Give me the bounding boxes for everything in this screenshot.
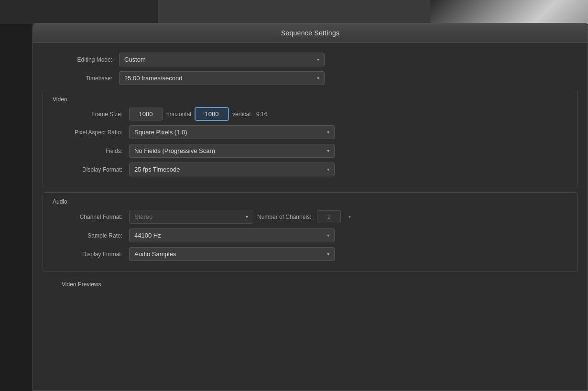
sample-rate-arrow-icon: ▾ bbox=[327, 233, 329, 238]
video-previews-partial: Video Previews bbox=[43, 277, 578, 293]
video-display-format-arrow-icon: ▾ bbox=[327, 167, 329, 172]
audio-display-format-row: Display Format: Audio Samples ▾ bbox=[43, 247, 577, 261]
aspect-ratio-display: 9:16 bbox=[256, 111, 267, 118]
frame-size-row: Frame Size: horizontal vertical 9:16 bbox=[43, 108, 577, 120]
audio-display-format-value: Audio Samples bbox=[134, 250, 176, 258]
fields-value: No Fields (Progressive Scan) bbox=[134, 147, 215, 154]
frame-size-controls: horizontal vertical 9:16 bbox=[129, 108, 267, 120]
video-section-block: Video Frame Size: horizontal vertical 9:… bbox=[43, 90, 578, 187]
frame-size-horizontal-input[interactable] bbox=[129, 108, 163, 120]
sample-rate-label: Sample Rate: bbox=[53, 232, 129, 239]
video-previews-label: Video Previews bbox=[52, 281, 568, 293]
editing-mode-value: Custom bbox=[124, 56, 146, 63]
sample-rate-control: 44100 Hz ▾ bbox=[129, 228, 568, 242]
sequence-settings-dialog: Sequence Settings Editing Mode: Custom ▾… bbox=[33, 23, 588, 391]
top-preview-bar bbox=[0, 0, 588, 24]
fields-label: Fields: bbox=[53, 148, 129, 154]
preview-dark-area bbox=[0, 0, 158, 24]
editing-mode-row: Editing Mode: Custom ▾ bbox=[33, 53, 588, 66]
video-section-label: Video bbox=[43, 96, 577, 108]
editing-mode-arrow-icon: ▾ bbox=[317, 57, 319, 62]
timebase-label: Timebase: bbox=[43, 75, 119, 82]
vertical-label: vertical bbox=[232, 111, 250, 118]
editing-mode-dropdown[interactable]: Custom ▾ bbox=[119, 53, 325, 66]
timebase-value: 25.00 frames/second bbox=[124, 75, 182, 82]
horizontal-label: horizontal bbox=[166, 111, 191, 118]
timebase-row: Timebase: 25.00 frames/second ▾ bbox=[33, 71, 588, 85]
preview-mid-area bbox=[158, 0, 430, 24]
audio-section-block: Audio Channel Format: Stereo ▾ Number of… bbox=[43, 192, 578, 272]
audio-display-format-control: Audio Samples ▾ bbox=[129, 247, 568, 261]
fields-dropdown[interactable]: No Fields (Progressive Scan) ▾ bbox=[129, 144, 335, 158]
pixel-aspect-ratio-control: Square Pixels (1.0) ▾ bbox=[129, 125, 568, 139]
pixel-aspect-ratio-dropdown[interactable]: Square Pixels (1.0) ▾ bbox=[129, 125, 335, 139]
frame-size-label: Frame Size: bbox=[53, 111, 129, 118]
channel-format-value: Stereo bbox=[134, 213, 152, 220]
dialog-title: Sequence Settings bbox=[41, 29, 580, 37]
audio-display-format-label: Display Format: bbox=[53, 251, 129, 258]
editing-mode-control: Custom ▾ bbox=[119, 53, 578, 66]
channel-format-controls: Stereo ▾ Number of Channels: ▾ bbox=[129, 210, 351, 224]
dialog-titlebar: Sequence Settings bbox=[33, 23, 588, 43]
dialog-body: Editing Mode: Custom ▾ Timebase: 25.00 f… bbox=[33, 43, 588, 391]
audio-display-format-dropdown[interactable]: Audio Samples ▾ bbox=[129, 247, 335, 261]
num-channels-arrow-icon: ▾ bbox=[348, 214, 351, 219]
editing-mode-label: Editing Mode: bbox=[43, 56, 119, 63]
video-display-format-row: Display Format: 25 fps Timecode ▾ bbox=[43, 163, 577, 176]
pixel-aspect-ratio-label: Pixel Aspect Ratio: bbox=[53, 129, 129, 136]
sample-rate-value: 44100 Hz bbox=[134, 232, 161, 239]
pixel-aspect-ratio-row: Pixel Aspect Ratio: Square Pixels (1.0) … bbox=[43, 125, 577, 139]
audio-section-label: Audio bbox=[43, 198, 577, 210]
timebase-dropdown[interactable]: 25.00 frames/second ▾ bbox=[119, 71, 325, 85]
video-display-format-value: 25 fps Timecode bbox=[134, 166, 180, 173]
fields-arrow-icon: ▾ bbox=[327, 148, 329, 153]
num-channels-input[interactable] bbox=[317, 210, 341, 223]
video-display-format-dropdown[interactable]: 25 fps Timecode ▾ bbox=[129, 163, 335, 176]
num-channels-label: Number of Channels: bbox=[257, 214, 311, 220]
video-display-format-control: 25 fps Timecode ▾ bbox=[129, 163, 568, 176]
timebase-control: 25.00 frames/second ▾ bbox=[119, 71, 578, 85]
sample-rate-row: Sample Rate: 44100 Hz ▾ bbox=[43, 228, 577, 242]
channel-format-dropdown[interactable]: Stereo ▾ bbox=[129, 210, 253, 224]
channel-format-label: Channel Format: bbox=[53, 214, 129, 220]
channel-format-row: Channel Format: Stereo ▾ Number of Chann… bbox=[43, 210, 577, 224]
pixel-aspect-ratio-arrow-icon: ▾ bbox=[327, 130, 329, 135]
frame-size-vertical-input[interactable] bbox=[195, 108, 229, 120]
audio-display-format-arrow-icon: ▾ bbox=[327, 251, 329, 257]
fields-row: Fields: No Fields (Progressive Scan) ▾ bbox=[43, 144, 577, 158]
channel-format-arrow-icon: ▾ bbox=[246, 214, 248, 219]
timebase-arrow-icon: ▾ bbox=[317, 76, 319, 81]
preview-image-area bbox=[430, 0, 588, 24]
sample-rate-dropdown[interactable]: 44100 Hz ▾ bbox=[129, 228, 335, 242]
pixel-aspect-ratio-value: Square Pixels (1.0) bbox=[134, 129, 187, 136]
video-display-format-label: Display Format: bbox=[53, 166, 129, 173]
fields-control: No Fields (Progressive Scan) ▾ bbox=[129, 144, 568, 158]
